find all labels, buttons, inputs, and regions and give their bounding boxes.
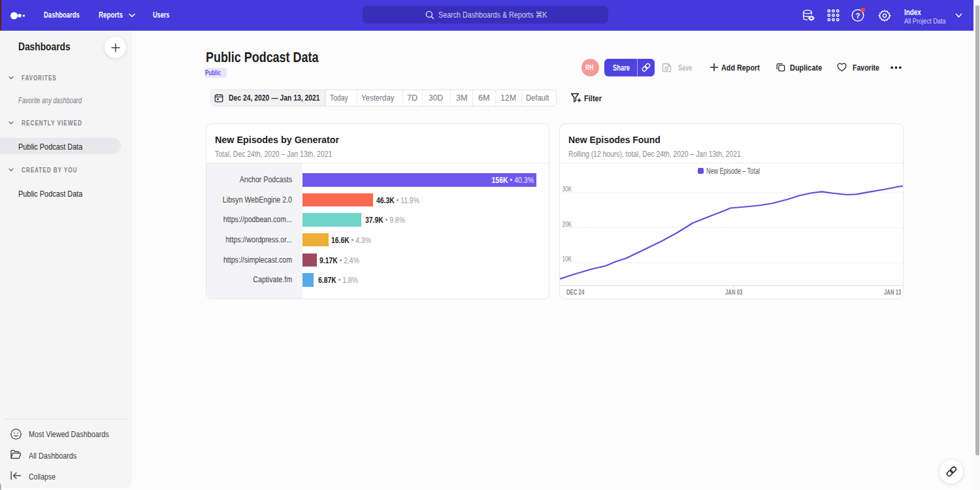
svg-text:?: ? [855, 12, 860, 20]
